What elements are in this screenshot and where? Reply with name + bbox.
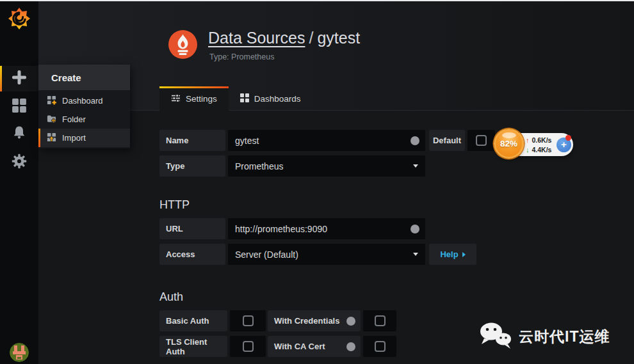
default-label: Default	[429, 130, 465, 151]
tab-label: Dashboards	[254, 94, 301, 104]
name-value: gytest	[235, 136, 259, 146]
with-ca-cert-checkbox-cell	[363, 336, 396, 357]
tab-label: Settings	[186, 94, 217, 104]
help-button[interactable]: Help	[429, 244, 476, 265]
netspeed-rows: 0.6K/s 4.4K/s	[526, 135, 551, 154]
import-icon	[47, 132, 56, 144]
sidebar	[0, 1, 38, 364]
with-credentials-label: With Credentials	[268, 310, 361, 331]
create-menu-title: Create	[38, 65, 130, 90]
create-menu: Create Dashboard Folder	[38, 65, 130, 148]
notification-dot	[565, 135, 571, 141]
grid-icon	[240, 93, 249, 104]
info-icon[interactable]	[346, 342, 355, 351]
upload-speed: 0.6K/s	[532, 136, 552, 144]
chevron-down-icon	[413, 253, 418, 256]
watermark: 云时代IT运维	[479, 321, 610, 352]
with-credentials-checkbox[interactable]	[375, 315, 386, 326]
grafana-logo-icon[interactable]	[8, 8, 30, 29]
with-credentials-text: With Credentials	[274, 316, 339, 326]
info-icon[interactable]	[410, 225, 419, 233]
folder-add-icon	[47, 114, 56, 125]
with-ca-cert-checkbox[interactable]	[375, 341, 386, 352]
page-subtitle: Type: Prometheus	[209, 52, 274, 61]
bell-icon	[12, 125, 27, 143]
with-ca-cert-text: With CA Cert	[274, 342, 325, 351]
download-arrow-icon	[526, 146, 530, 154]
battery-percent: 82%	[500, 139, 517, 148]
access-value: Server (Default)	[235, 249, 298, 260]
breadcrumb-separator: /	[309, 29, 313, 47]
access-label: Access	[159, 244, 225, 265]
type-label: Type	[159, 155, 225, 177]
default-checkbox[interactable]	[476, 135, 487, 146]
menu-item-folder[interactable]: Folder	[38, 110, 130, 129]
create-menu-items: Dashboard Folder Import	[38, 90, 130, 148]
http-section-heading: HTTP	[159, 198, 634, 212]
caret-right-icon	[462, 252, 466, 257]
sidebar-item-alerting[interactable]	[0, 123, 38, 145]
basic-auth-checkbox[interactable]	[243, 315, 254, 326]
name-input[interactable]: gytest	[228, 130, 425, 151]
dashboard-add-icon	[47, 95, 56, 107]
menu-item-label: Folder	[62, 115, 86, 124]
url-input[interactable]: http://prometheus:9090	[228, 218, 425, 239]
tls-client-auth-checkbox[interactable]	[243, 341, 254, 352]
user-avatar[interactable]	[10, 343, 29, 362]
name-label: Name	[159, 130, 225, 151]
with-credentials-checkbox-cell	[363, 310, 396, 331]
access-select[interactable]: Server (Default)	[228, 244, 425, 265]
url-label: URL	[159, 218, 225, 239]
battery-percent-bubble[interactable]: 82%	[494, 129, 524, 159]
breadcrumb-current: gytest	[317, 29, 360, 47]
wechat-icon	[479, 321, 512, 352]
access-row: Access Server (Default) Help	[159, 244, 634, 265]
basic-auth-label: Basic Auth	[159, 310, 227, 331]
menu-item-dashboard[interactable]: Dashboard	[38, 91, 130, 110]
basic-auth-checkbox-cell	[230, 310, 266, 331]
url-row: URL http://prometheus:9090	[159, 218, 634, 239]
auth-section-heading: Auth	[159, 290, 634, 304]
prometheus-logo-icon	[168, 30, 197, 59]
plus-icon	[12, 70, 26, 87]
with-ca-cert-label: With CA Cert	[268, 336, 361, 357]
info-icon[interactable]	[346, 317, 355, 326]
url-value: http://prometheus:9090	[235, 224, 327, 234]
sidebar-item-create[interactable]	[0, 66, 38, 91]
upload-arrow-icon	[526, 136, 530, 144]
type-value: Prometheus	[235, 161, 283, 171]
info-icon[interactable]	[410, 136, 419, 145]
menu-item-import[interactable]: Import	[38, 129, 130, 147]
dashboards-grid-icon	[12, 98, 27, 116]
chevron-down-icon	[413, 164, 418, 168]
sliders-icon	[171, 93, 181, 105]
watermark-text: 云时代IT运维	[519, 327, 610, 347]
menu-item-label: Import	[62, 133, 86, 143]
gear-icon	[12, 154, 27, 171]
tls-client-auth-checkbox-cell	[230, 336, 266, 357]
default-checkbox-cell	[467, 130, 495, 151]
help-label: Help	[440, 249, 458, 259]
type-row: Type Prometheus	[159, 155, 634, 177]
tab-dashboards[interactable]: Dashboards	[229, 86, 313, 111]
tab-settings[interactable]: Settings	[159, 86, 229, 111]
type-select[interactable]: Prometheus	[228, 155, 425, 177]
window-top-strip	[0, 0, 634, 1]
tls-client-auth-label: TLS Client Auth	[159, 336, 227, 357]
download-speed: 4.4K/s	[532, 146, 552, 154]
menu-item-label: Dashboard	[62, 96, 103, 106]
page-title: Data Sources/gytest	[208, 29, 360, 47]
sidebar-item-dashboards[interactable]	[0, 96, 38, 118]
sidebar-item-configuration[interactable]	[0, 152, 38, 173]
breadcrumb-datasources-link[interactable]: Data Sources	[208, 29, 305, 47]
